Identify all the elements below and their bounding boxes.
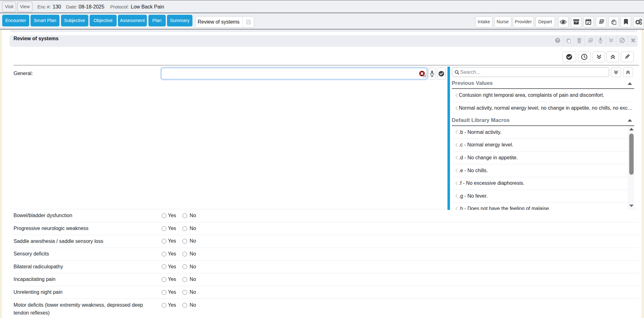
svg-text:?: ? bbox=[557, 38, 559, 42]
